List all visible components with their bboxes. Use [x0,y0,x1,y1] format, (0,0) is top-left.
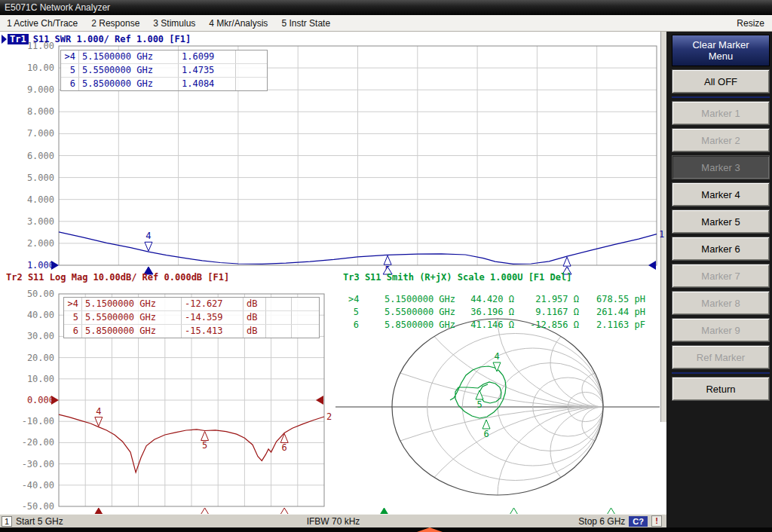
softkey-menu: Clear Marker Menu All OFFMarker 1Marker … [666,32,772,532]
trace3-header[interactable]: Tr3 S11 Smith (R+jX) Scale 1.000U [F1 De… [343,272,571,284]
app-window: E5071C Network Analyzer 1 Active Ch/Trac… [0,0,772,532]
trace2-header[interactable]: Tr2 S11 Log Mag 10.00dB/ Ref 0.000dB [F1… [6,272,229,284]
softkey-all-off[interactable]: All OFF [672,69,770,93]
softkey-marker-1: Marker 1 [672,101,770,125]
marker-4-number: 4 [146,231,151,241]
alert-indicator: ! [651,515,662,527]
marker-6-glyph [280,433,288,442]
softkey-marker-4[interactable]: Marker 4 [672,182,770,206]
status-bar: 1 Start 5 GHz IFBW 70 kHz Stop 6 GHz C? … [0,514,666,527]
marker-4-number: 4 [96,406,101,417]
tr3-plot: 456 [335,319,660,515]
softkey-marker-5[interactable]: Marker 5 [672,209,770,234]
softkey-ref-marker: Ref Marker [672,345,770,369]
softkey-separator [672,372,770,374]
marker-5-glyph [201,431,209,440]
softkey-marker-2: Marker 2 [672,128,770,152]
taskbar-peek-icon [417,527,443,532]
trace1-header-text: S11 SWR 1.000/ Ref 1.000 [F1] [33,34,191,44]
softkey-menu-title: Clear Marker Menu [672,35,770,66]
ref-level-arrow-right [648,261,656,270]
tr1-end-label: 1 [659,229,664,240]
active-trace-arrow-icon [2,35,7,44]
marker-5-glyph [476,390,483,399]
softkey-marker-3[interactable]: Marker 3 [672,155,770,179]
menu-resize[interactable]: Resize [729,18,772,29]
plots-canvas: 14562456456 [0,0,666,532]
softkey-menu-title-line2: Menu [672,50,769,62]
softkey-marker-7: Marker 7 [672,264,770,288]
marker-4-glyph [145,242,152,251]
stop-frequency-label: Stop 6 GHz [578,516,625,527]
trace1-badge: Tr1 [8,34,29,44]
marker-6-glyph [563,257,571,266]
softkey-marker-9: Marker 9 [672,318,770,342]
marker-6-number: 6 [282,442,287,453]
ifbw-label: IFBW 70 kHz [0,516,666,527]
start-frequency-label: Start 5 GHz [16,516,63,527]
ref-level-arrow-right [316,396,323,405]
softkey-separator [672,96,770,98]
marker-6-number: 6 [483,429,489,439]
marker-4-number: 4 [494,351,499,362]
channel-number-box: 1 [2,516,12,527]
softkey-marker-8: Marker 8 [672,291,770,315]
trace1-header[interactable]: Tr1 S11 SWR 1.000/ Ref 1.000 [F1] [2,33,191,45]
correction-status-badge: C? [629,516,648,527]
softkey-marker-6[interactable]: Marker 6 [672,237,770,261]
softkey-menu-title-line1: Clear Marker [672,39,769,50]
tr2-grid [59,294,324,506]
bottom-strip [0,527,772,532]
marker-5-number: 5 [202,440,207,451]
marker-6-glyph [482,420,490,429]
softkey-return[interactable]: Return [672,377,770,401]
ref-level-arrow-left [51,261,59,270]
tr2-end-label: 2 [326,411,332,422]
marker-5-glyph [384,255,391,264]
marker-5-number: 5 [476,399,482,410]
marker-4-glyph [493,362,501,371]
ref-level-arrow-left [51,396,59,405]
